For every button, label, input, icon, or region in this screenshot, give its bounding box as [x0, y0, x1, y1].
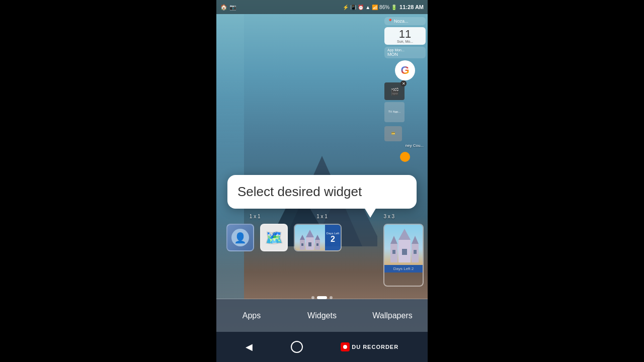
status-time: 11:28 AM	[399, 4, 424, 10]
battery-percent: 86%	[379, 5, 389, 10]
nav-bar: ◀ DU RECORDER	[216, 332, 428, 362]
widget-size-label-1: 1 x 1	[241, 214, 269, 219]
nav-home-button[interactable]	[291, 341, 303, 353]
alarm-icon: ⏰	[358, 5, 364, 10]
svg-rect-22	[414, 250, 417, 254]
nav-recorder: DU RECORDER	[341, 342, 398, 351]
signal-icon: 📶	[372, 5, 378, 10]
disney-large-info: Days Left 2	[384, 265, 423, 273]
tooltip-text: Select desired widget	[237, 184, 362, 199]
right-panel: 📍 Noza... 11 Sun, Mo... App Mon... MON G…	[382, 14, 428, 167]
camera-icon: 📷	[229, 4, 236, 11]
status-bar: 🏠 📷 ⚡ 📳 ⏰ ▲ 📶 86% 🔋 11:28 AM	[216, 0, 428, 14]
svg-rect-12	[316, 243, 318, 246]
status-icons-right: ⚡ 📳 ⏰ ▲ 📶 86% 🔋 11:28 AM	[343, 4, 424, 10]
left-panel	[216, 14, 244, 299]
bottom-tabs: Apps Widgets Wallpapers	[216, 299, 428, 332]
widget-chromebook-card: 💳	[384, 126, 402, 141]
widget-close-icon[interactable]: ✕	[400, 80, 407, 86]
svg-rect-11	[301, 243, 303, 246]
vibrate-icon: 📳	[350, 5, 356, 10]
tab-wallpapers[interactable]: Wallpapers	[357, 299, 428, 332]
widget-chromebook-cards: 💳	[384, 126, 426, 141]
status-icons-left: 🏠 📷	[220, 4, 236, 11]
widget-location: 📍 Noza...	[384, 17, 426, 25]
widget-thumb-maps[interactable]: 🗺️	[260, 224, 288, 251]
tab-apps[interactable]: Apps	[216, 299, 287, 332]
location-pin-icon: 📍	[387, 19, 393, 24]
bluetooth-icon: ⚡	[343, 5, 349, 10]
wifi-icon: ▲	[365, 5, 370, 10]
google-g-letter: G	[400, 64, 409, 77]
widget-small-1[interactable]: 🎬 ✕	[384, 82, 405, 100]
recorder-icon	[341, 342, 350, 351]
tab-widgets[interactable]: Widgets	[287, 299, 357, 332]
widget-calendar: 11 Sun, Mo...	[384, 27, 426, 45]
svg-rect-10	[308, 242, 311, 246]
maps-icon: 🗺️	[265, 229, 283, 246]
nav-back-button[interactable]: ◀	[246, 341, 253, 352]
svg-rect-21	[392, 250, 395, 254]
disney-info-box: Days Left 2	[325, 225, 341, 250]
widget-app-monitor: App Mon... MON	[384, 47, 426, 58]
widget-honey-county: ney Cou...	[384, 143, 426, 148]
widget-thumb-disney-small[interactable]: Days Left 2	[294, 224, 342, 251]
battery-icon: 🔋	[391, 5, 397, 10]
disney-castle-large	[384, 225, 423, 265]
widget-size-label-3: 3 x 3	[375, 214, 403, 219]
widget-thumb-contacts[interactable]: 👤	[226, 224, 254, 251]
notification-icon: 🏠	[220, 4, 227, 11]
widget-chromebook: TV App...	[384, 102, 405, 122]
widget-google[interactable]: G	[395, 60, 415, 80]
widget-thumb-disney-large[interactable]: Days Left 2	[383, 224, 424, 287]
disney-castle-small	[295, 225, 325, 251]
calendar-date: 11	[386, 29, 424, 40]
calendar-day: Sun, Mo...	[386, 40, 424, 43]
widget-size-label-2: 1 x 1	[308, 214, 336, 219]
widget-orange-dot	[400, 152, 410, 162]
recorder-label: DU RECORDER	[352, 344, 398, 350]
tooltip-tail	[364, 208, 376, 218]
contact-avatar-icon: 👤	[231, 229, 249, 246]
rec-dot	[343, 345, 347, 349]
tooltip-bubble: Select desired widget	[227, 175, 417, 209]
svg-rect-20	[402, 249, 407, 255]
widget-small-group: 🎬 ✕	[384, 82, 426, 100]
